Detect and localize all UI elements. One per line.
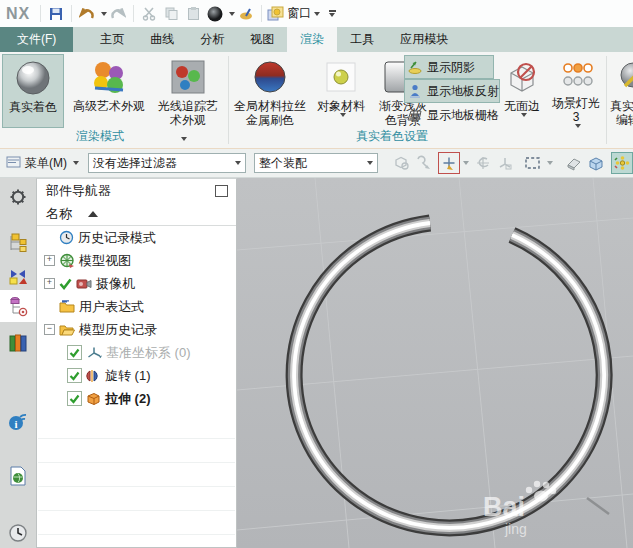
assembly-navigator-button[interactable] [0,228,36,258]
library-books-icon [7,333,29,353]
ray-traced-art-button[interactable]: 光线追踪艺术外观 [156,54,220,128]
expand-icon[interactable]: + [44,278,55,289]
copy-button[interactable] [160,3,182,25]
paste-button[interactable] [182,3,204,25]
window-icon [267,6,284,22]
reuse-library-button[interactable] [0,328,36,358]
customize-quick-access-button[interactable] [321,3,343,25]
selection-filter-combo[interactable]: 没有选择过滤器 [88,153,246,173]
no-edges-box-icon [505,61,539,93]
window-menu-button[interactable]: 窗口 [266,3,321,25]
part-navigator-icon [7,295,29,317]
tab-application-modules[interactable]: 应用模块 [387,27,461,52]
scene-lights-dropdown[interactable] [575,124,581,128]
menu-button[interactable]: 菜单(M) [5,152,80,174]
divider [40,5,41,22]
folder-expressions-icon [59,300,75,313]
menu-dropdown-caret [73,161,79,165]
tree-item-datum-csys[interactable]: 基准坐标系 (0) [37,341,236,364]
true-shading-button[interactable]: 真实着色 [2,54,64,128]
undo-button[interactable] [76,3,98,25]
render-mode-gallery-dropdown[interactable] [181,137,187,141]
true-shading-label: 真实着色 [9,100,57,114]
tree-item-user-expressions[interactable]: 用户表达式 [37,295,236,318]
checkbox-checked[interactable] [67,345,82,360]
tab-tools[interactable]: 工具 [337,27,387,52]
history-page-button[interactable] [0,461,36,491]
show-floor-grid-toggle[interactable]: 显示地板栅格 [404,103,500,127]
select-by-proximity-button[interactable] [412,152,434,174]
advanced-art-label: 高级艺术外观 [73,99,145,113]
true-shading-editor-button[interactable]: 真实着色编辑器 [609,54,633,128]
title-bar: NX 窗口 [0,0,633,27]
redo-button[interactable] [107,3,129,25]
tree-item-model-views[interactable]: + 模型视图 [37,249,236,272]
global-material-button[interactable]: 全局材料拉丝金属刷色 [232,54,308,128]
roles-button[interactable] [0,182,36,212]
tree-item-revolve[interactable]: 旋转 (1) [37,364,236,387]
show-shadow-toggle[interactable]: 显示阴影 [404,55,494,79]
find-component-button[interactable] [390,152,412,174]
tab-analysis[interactable]: 分析 [187,27,237,52]
checkbox-checked[interactable] [67,391,82,406]
tab-render[interactable]: 渲染 [287,27,337,52]
tree-item-history-mode[interactable]: 历史记录模式 [37,226,236,249]
shaded-sphere-icon [206,5,224,23]
expand-icon[interactable]: + [44,255,55,266]
tab-home[interactable]: 主页 [87,27,137,52]
snap-point-dropdown[interactable] [463,161,469,165]
window-menu-dropdown [314,12,320,16]
no-face-edges-button[interactable]: 无面边 [498,54,546,128]
advanced-art-appearance-button[interactable]: 高级艺术外观 [64,54,154,128]
move-icon [475,155,491,171]
no-face-edges-dropdown[interactable] [521,113,527,117]
tree-item-label: 模型视图 [79,252,131,270]
sort-ascending-icon[interactable] [88,211,98,217]
snap-point-button[interactable] [438,152,460,174]
no-face-edges-label: 无面边 [504,99,540,113]
render-mode-group-label: 渲染模式 [40,128,160,145]
save-button[interactable] [45,3,67,25]
open-folder-icon [59,323,75,336]
assembly-navigator-icon [7,232,29,254]
web-browser-button[interactable]: i [0,406,36,436]
small-sphere-icon [326,62,356,92]
tree-item-model-history[interactable]: − 模型历史记录 [37,318,236,341]
tab-view[interactable]: 视图 [237,27,287,52]
name-column-header[interactable]: 名称 [46,205,72,223]
constraint-navigator-button[interactable] [0,260,36,290]
marquee-select-dropdown[interactable] [547,161,553,165]
graphics-viewport[interactable]: Bai jing [237,178,633,548]
tab-file[interactable]: 文件(F) [0,27,73,52]
checkbox-checked[interactable] [67,368,82,383]
eraser-button[interactable] [563,152,585,174]
move-object-button[interactable] [472,152,494,174]
part-navigator-button[interactable] [0,290,36,322]
object-material-dropdown[interactable] [340,113,346,117]
shading-settings-group-label: 真实着色设置 [232,128,552,145]
web-info-icon: i [7,411,29,431]
show-floor-reflection-toggle[interactable]: 显示地板反射 [404,79,500,103]
watermark-text-1: Bai [483,492,525,522]
assembly-search-icon [393,155,410,171]
tree-item-cameras[interactable]: + 摄像机 [37,272,236,295]
color-spheres-icon [89,58,129,96]
collapse-icon[interactable]: − [44,324,55,335]
touch-icon [238,7,254,21]
show-hide-button[interactable] [585,152,607,174]
dynamic-pan-button[interactable] [611,152,633,174]
scene-lights-button[interactable]: 场景灯光 3 [548,54,604,128]
render-style-button[interactable] [204,3,226,25]
pattern-object-button[interactable] [494,152,516,174]
tab-curve[interactable]: 曲线 [137,27,187,52]
camera-icon [76,277,92,290]
object-material-button[interactable]: 对象材料 [312,54,370,128]
tree-item-extrude[interactable]: 拉伸 (2) [37,387,236,410]
touch-mode-button[interactable] [235,3,257,25]
marquee-select-button[interactable] [522,152,544,174]
float-panel-button[interactable] [215,185,228,197]
history-clock-button[interactable] [0,518,36,548]
clock-icon [8,523,28,543]
selection-scope-combo[interactable]: 整个装配 [254,153,378,173]
cut-button[interactable] [138,3,160,25]
